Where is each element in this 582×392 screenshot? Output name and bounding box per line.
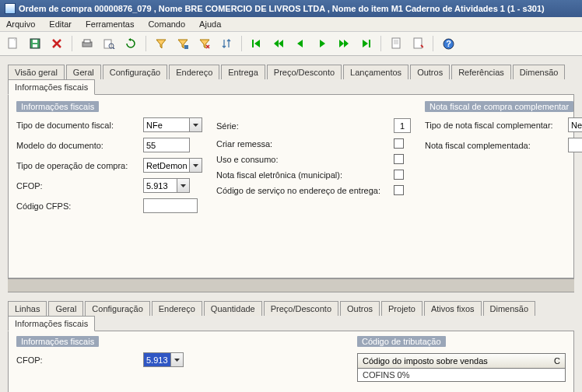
combo-cfop[interactable]	[143, 178, 190, 193]
menu-editar[interactable]: Editar	[49, 19, 72, 29]
splitter[interactable]	[8, 278, 574, 292]
svg-rect-3	[33, 44, 37, 47]
input-cfop-2[interactable]	[143, 352, 171, 367]
delete-icon[interactable]	[48, 35, 65, 52]
label-nfe-municipal: Nota fiscal eletrônica (municipal):	[216, 170, 387, 180]
label-tipo-doc-fiscal: Tipo de documento fiscal:	[16, 121, 137, 130]
label-tipo-nf-compl: Tipo de nota fiscal complementar:	[425, 121, 562, 130]
tab-geral[interactable]: Geral	[66, 65, 101, 79]
separator	[146, 36, 146, 51]
chevron-down-icon[interactable]	[177, 178, 190, 193]
filter-icon[interactable]	[153, 35, 170, 52]
tab-configuracao[interactable]: Configuração	[103, 65, 167, 79]
tab-ativos-fixos[interactable]: Ativos fixos	[424, 301, 482, 316]
tab-preco-2[interactable]: Preço/Desconto	[264, 301, 338, 316]
input-tipo-doc-fiscal[interactable]	[143, 117, 190, 132]
lower-panel: Informações fiscais CFOP: Código de trib…	[8, 331, 574, 392]
checkbox-nfe-municipal[interactable]	[394, 170, 404, 180]
separator	[380, 36, 381, 51]
refresh-icon[interactable]	[122, 35, 139, 52]
upper-panel: Informações fiscais Tipo de documento fi…	[8, 95, 574, 278]
input-codigo-cfps[interactable]	[143, 198, 198, 213]
col-extra: C	[554, 356, 560, 366]
tab-endereco-2[interactable]: Endereço	[152, 301, 202, 316]
checkbox-cod-serv-entrega[interactable]	[394, 185, 404, 195]
new-icon[interactable]	[5, 35, 22, 52]
label-serie: Série:	[216, 121, 387, 131]
combo-cfop-2[interactable]	[143, 352, 184, 367]
print-icon[interactable]	[79, 35, 96, 52]
svg-rect-2	[33, 40, 37, 43]
svg-rect-9	[252, 40, 254, 47]
label-criar-remessa: Criar remessa:	[216, 139, 387, 149]
menu-ferramentas[interactable]: Ferramentas	[86, 19, 134, 29]
menu-arquivo[interactable]: Arquivo	[6, 19, 35, 29]
menu-ajuda[interactable]: Ajuda	[199, 19, 221, 29]
help-icon[interactable]: ?	[440, 35, 457, 52]
filter-by-selection-icon[interactable]	[174, 35, 191, 52]
toolbar: ?	[0, 32, 582, 56]
next-record-icon[interactable]	[314, 35, 331, 52]
combo-tipo-doc-fiscal[interactable]	[143, 117, 202, 132]
input-tipo-op-compra[interactable]	[143, 158, 190, 173]
label-cod-serv-entrega: Código de serviço no endereço de entrega…	[216, 186, 387, 195]
tab-entrega[interactable]: Entrega	[221, 65, 265, 79]
input-tipo-nf-compl[interactable]	[568, 117, 582, 132]
chevron-down-icon[interactable]	[171, 352, 184, 367]
label-nf-complementada: Nota fiscal complementada:	[425, 141, 562, 150]
label-tipo-op-compra: Tipo de operação de compra:	[16, 161, 137, 170]
tab-preco[interactable]: Preço/Desconto	[267, 65, 342, 79]
sort-icon[interactable]	[218, 35, 235, 52]
filter-clear-icon[interactable]	[196, 35, 213, 52]
input-nf-complementada[interactable]	[568, 138, 582, 152]
tab-visao-geral[interactable]: Visão geral	[8, 65, 65, 79]
svg-text:?: ?	[446, 39, 451, 48]
table-row[interactable]: COFINS 0%	[357, 369, 566, 382]
tab-endereco[interactable]: Endereço	[169, 65, 219, 79]
input-cfop[interactable]	[143, 178, 177, 193]
separator	[241, 36, 242, 51]
next-page-icon[interactable]	[335, 35, 352, 52]
tab-outros[interactable]: Outros	[410, 65, 450, 79]
menubar: Arquivo Editar Ferramentas Comando Ajuda	[0, 17, 582, 32]
tab-projeto[interactable]: Projeto	[381, 301, 422, 316]
print-preview-icon[interactable]	[100, 35, 117, 52]
label-modelo-doc: Modelo do documento:	[16, 141, 137, 150]
col-codigo-imposto: Código do imposto sobre vendas	[363, 356, 488, 366]
tab-lancamentos[interactable]: Lançamentos	[343, 65, 408, 79]
group-codigo-tributacao: Código de tributação	[357, 336, 446, 347]
document-icon[interactable]	[387, 35, 405, 52]
prev-page-icon[interactable]	[270, 35, 287, 52]
window-title: Ordem de compra 00000876_079 , Nome BRE …	[19, 4, 545, 13]
label-uso-consumo: Uso e consumo:	[216, 155, 387, 164]
attachment-icon[interactable]	[409, 35, 426, 52]
combo-tipo-op-compra[interactable]	[143, 158, 202, 173]
svg-rect-12	[414, 38, 422, 48]
checkbox-criar-remessa[interactable]	[394, 138, 404, 149]
menu-comando[interactable]: Comando	[148, 19, 185, 29]
tab-informacoes-fiscais-2[interactable]: Informações fiscais	[8, 316, 95, 331]
checkbox-uso-consumo[interactable]	[394, 154, 404, 164]
group-informacoes-fiscais-2: Informações fiscais	[16, 336, 99, 347]
tab-dimensao[interactable]: Dimensão	[513, 65, 566, 79]
first-record-icon[interactable]	[248, 35, 265, 52]
tab-dimensao-2[interactable]: Dimensão	[483, 301, 536, 316]
tab-configuracao-2[interactable]: Configuração	[85, 301, 149, 316]
tab-informacoes-fiscais[interactable]: Informações fiscais	[8, 79, 95, 95]
tab-geral-2[interactable]: Geral	[48, 301, 83, 316]
last-record-icon[interactable]	[357, 35, 374, 52]
svg-rect-8	[184, 45, 188, 49]
label-cfop: CFOP:	[16, 181, 137, 191]
input-serie[interactable]	[394, 118, 411, 133]
chevron-down-icon[interactable]	[190, 117, 202, 132]
tab-linhas[interactable]: Linhas	[8, 301, 47, 316]
tab-quantidade[interactable]: Quantidade	[204, 301, 262, 316]
tab-outros-2[interactable]: Outros	[340, 301, 380, 316]
upper-tabs: Visão geral Geral Configuração Endereço …	[8, 64, 574, 95]
table-header[interactable]: Código do imposto sobre vendas C	[357, 353, 566, 369]
chevron-down-icon[interactable]	[190, 158, 202, 173]
prev-record-icon[interactable]	[292, 35, 309, 52]
input-modelo-doc[interactable]	[143, 138, 190, 152]
tab-referencias[interactable]: Referências	[451, 65, 511, 79]
save-icon[interactable]	[26, 35, 44, 52]
